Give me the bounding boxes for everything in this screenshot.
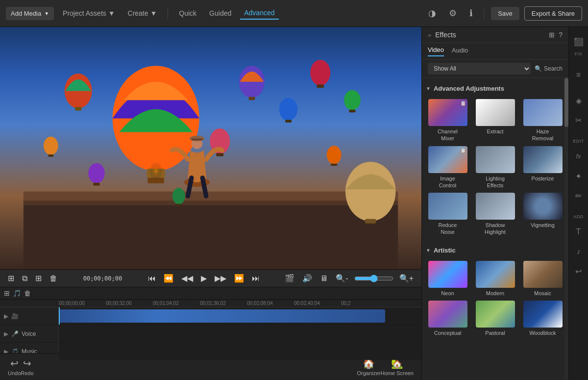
add-media-button[interactable]: Add Media ▼ (6, 7, 54, 20)
controls-bar: ⊞ ⧉ ⊞ 🗑 00;00;00;00 ⏮ ⏪ ◀◀ ▶ ▶▶ ⏩ ⏭ 🎬 🔊 … (0, 269, 421, 287)
step-forward-button[interactable]: ⏩ (232, 273, 246, 284)
effect-conceptual[interactable]: Conceptual (426, 301, 469, 336)
effect-shadow-highlight[interactable]: ShadowHighlight (473, 193, 517, 236)
theme-toggle-button[interactable]: ◑ (424, 6, 440, 21)
video-track-content[interactable] (59, 307, 421, 325)
video-track-expand[interactable]: ▶ (4, 313, 8, 320)
delete-button[interactable]: 🗑 (48, 273, 59, 284)
panel-help-icon[interactable]: ? (559, 31, 563, 39)
effect2-icon[interactable]: ✦ (570, 167, 588, 185)
grid-button[interactable]: ⊞ (33, 273, 44, 284)
organizer-label: Organizer (357, 370, 380, 376)
adjust-icon[interactable]: ≡ (570, 66, 588, 84)
info-button[interactable]: ℹ (466, 6, 477, 21)
home-screen-button[interactable]: 🏡 Home Screen (381, 357, 414, 376)
effect-neon[interactable]: Neon (426, 261, 469, 297)
shadow-highlight-label: ShadowHighlight (485, 222, 506, 236)
artistic-toggle[interactable]: ▼ (426, 248, 431, 253)
rewind-button[interactable]: ◀◀ (179, 273, 195, 284)
effect-channel-mixer[interactable]: 📋 ChannelMixer (426, 99, 469, 142)
nav-divider-1 (168, 7, 168, 19)
effect-mosaic[interactable]: Mosaic (521, 261, 564, 297)
modern-thumb (476, 261, 515, 288)
split-button[interactable]: ⧉ (20, 273, 29, 284)
text-icon[interactable]: T (570, 223, 588, 241)
play-button[interactable]: ▶ (199, 273, 209, 284)
effect-modern[interactable]: Modern (473, 261, 517, 297)
back-icon[interactable]: ↩ (570, 262, 588, 280)
svg-rect-19 (93, 183, 99, 186)
effect-vignetting[interactable]: Vignetting (521, 193, 564, 236)
redo-button[interactable]: ↪ Redo (21, 357, 33, 376)
music-track-content[interactable] (59, 343, 421, 360)
scrollbar-thumb[interactable] (564, 78, 568, 127)
advanced-tab[interactable]: Advanced (240, 7, 278, 20)
zoom-in-button[interactable]: 🔍+ (397, 273, 416, 284)
add-clip-button[interactable]: ⊞ (6, 273, 16, 284)
posterize-label: Posterize (532, 175, 554, 182)
timeline-audio-button[interactable]: 🎵 (13, 289, 21, 297)
guided-tab[interactable]: Guided (205, 7, 235, 19)
timeline-del-button[interactable]: 🗑 (24, 289, 31, 297)
fx-icon[interactable]: fx (570, 148, 588, 165)
quick-tab[interactable]: Quick (175, 7, 200, 19)
create-label: Create (128, 9, 148, 17)
effect-extract[interactable]: 📋 Extract (473, 99, 517, 142)
organizer-button[interactable]: 🏠 Organizer (357, 357, 380, 376)
brush-icon[interactable]: ✏ (570, 187, 588, 204)
svg-point-22 (172, 188, 185, 204)
panel-expand-icon: » (428, 31, 431, 39)
filter-select[interactable]: Show All (428, 63, 531, 75)
crop-icon[interactable]: ✂ (570, 111, 588, 129)
shadow-highlight-thumb (476, 193, 515, 220)
effect-haze-removal[interactable]: HazeRemoval (521, 99, 564, 142)
edit-label: EDIT (573, 139, 584, 144)
video-clip[interactable] (59, 309, 385, 323)
panel-scroll[interactable]: ▼ Advanced Adjustments 📋 ChannelMixer 📋 … (422, 78, 568, 380)
effect-image-control[interactable]: 📋 ImageControl (426, 146, 469, 189)
advanced-toggle[interactable]: ▼ (426, 86, 431, 91)
svg-rect-23 (176, 204, 181, 206)
step-back-button[interactable]: ⏪ (162, 273, 175, 284)
svg-point-10 (279, 98, 297, 121)
undo-button[interactable]: ↩ Undo (8, 357, 21, 376)
fix-section: ⬛ FIX (570, 33, 588, 56)
scene-detect-button[interactable]: 🎬 (283, 273, 296, 284)
skip-to-start-button[interactable]: ⏮ (146, 273, 158, 284)
fast-forward-button[interactable]: ▶▶ (213, 273, 228, 284)
lighting-effects-thumb (476, 146, 515, 173)
fix-icon[interactable]: ⬛ (570, 33, 588, 51)
video-track-icon: 🎥 (11, 313, 19, 320)
lighting-effects-label: LightingEffects (486, 175, 505, 189)
image-control-icon: 📋 (460, 148, 466, 153)
narration-button[interactable]: 🔊 (300, 273, 314, 284)
effect-lighting-effects[interactable]: LightingEffects (473, 146, 517, 189)
skip-to-end-button[interactable]: ⏭ (250, 273, 262, 284)
project-assets-button[interactable]: Project Assets ▼ (59, 7, 119, 19)
search-label: Search (544, 65, 563, 72)
zoom-out-button[interactable]: 🔍- (334, 273, 350, 284)
search-button[interactable]: 🔍 Search (535, 65, 563, 72)
conceptual-label: Conceptual (434, 329, 462, 336)
time-display: 00;00;00;00 (80, 275, 124, 282)
tab-audio[interactable]: Audio (452, 46, 468, 56)
monitor-button[interactable]: 🖥 (318, 273, 330, 284)
voice-track-content[interactable] (59, 325, 421, 342)
zoom-slider[interactable] (354, 275, 393, 282)
color-icon[interactable]: ◈ (570, 92, 588, 109)
timeline-add-button[interactable]: ⊞ (4, 289, 10, 297)
effect-pastoral[interactable]: Pastoral (473, 301, 517, 336)
effect-woodblock[interactable]: Woodblock (521, 301, 564, 336)
create-button[interactable]: Create ▼ (124, 7, 161, 19)
effect-reduce-noise[interactable]: ReduceNoise (426, 193, 469, 236)
tab-video[interactable]: Video (428, 46, 444, 56)
save-button[interactable]: Save (491, 7, 519, 20)
settings-button[interactable]: ⚙ (445, 6, 461, 21)
time-marker-6: 00;2 (341, 301, 388, 306)
redo-icon: ↪ (23, 357, 31, 369)
panel-grid-icon[interactable]: ⊞ (549, 31, 555, 39)
effect-posterize[interactable]: Posterize (521, 146, 564, 189)
music-icon[interactable]: ♪ (570, 243, 588, 260)
export-button[interactable]: Export & Share (524, 6, 582, 21)
voice-track-expand[interactable]: ▶ (4, 330, 8, 337)
